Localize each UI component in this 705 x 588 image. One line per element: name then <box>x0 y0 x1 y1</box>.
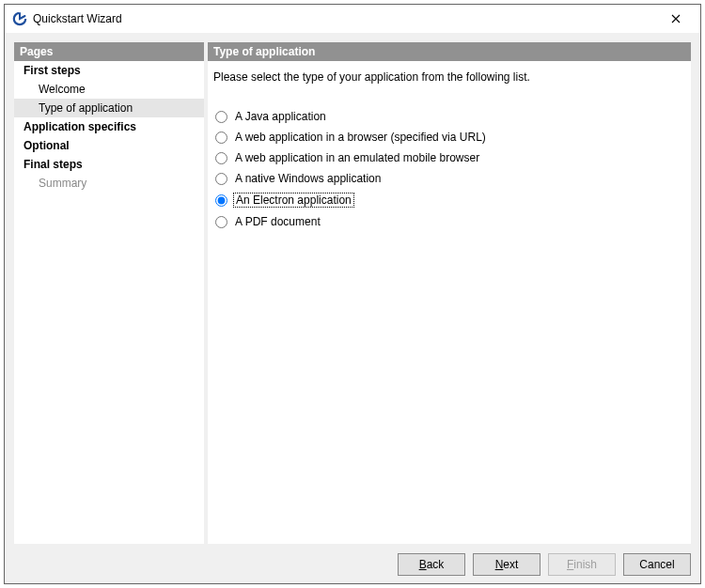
option-label-2: A web application in an emulated mobile … <box>233 151 481 164</box>
option-row-5[interactable]: A PDF document <box>213 211 682 232</box>
wizard-dialog: Quickstart Wizard Pages First stepsWelco… <box>4 4 701 584</box>
sidebar-heading: Pages <box>14 42 204 61</box>
option-label-0: A Java application <box>233 110 328 123</box>
option-row-0[interactable]: A Java application <box>213 106 682 127</box>
option-row-1[interactable]: A web application in a browser (specifie… <box>213 127 682 147</box>
option-row-3[interactable]: A native Windows application <box>213 168 682 189</box>
option-label-1: A web application in a browser (specifie… <box>233 131 488 144</box>
option-radio-2[interactable] <box>215 152 227 164</box>
button-row: Back Next Finish Cancel <box>14 544 691 576</box>
option-radio-4[interactable] <box>215 194 227 207</box>
sidebar-item-4[interactable]: Optional <box>14 136 204 155</box>
main-row: Pages First stepsWelcomeType of applicat… <box>14 42 691 544</box>
sidebar-item-6[interactable]: Summary <box>14 174 204 193</box>
back-button[interactable]: Back <box>398 553 465 576</box>
next-button[interactable]: Next <box>473 553 540 576</box>
finish-button[interactable]: Finish <box>548 553 616 576</box>
options-group: A Java applicationA web application in a… <box>213 106 682 232</box>
close-button[interactable] <box>655 6 697 32</box>
sidebar-body: First stepsWelcomeType of applicationApp… <box>14 61 204 544</box>
sidebar-item-0[interactable]: First steps <box>14 61 204 80</box>
cancel-button[interactable]: Cancel <box>623 553 691 576</box>
option-radio-5[interactable] <box>215 216 227 228</box>
option-row-4[interactable]: An Electron application <box>213 189 682 211</box>
intro-text: Please select the type of your applicati… <box>213 70 682 84</box>
sidebar-item-5[interactable]: Final steps <box>14 155 204 174</box>
sidebar: Pages First stepsWelcomeType of applicat… <box>14 42 204 544</box>
main-pane: Type of application Please select the ty… <box>208 42 691 544</box>
option-radio-1[interactable] <box>215 132 227 144</box>
app-icon <box>12 11 27 26</box>
option-radio-3[interactable] <box>215 173 227 185</box>
option-label-5: A PDF document <box>233 215 322 228</box>
main-body: Please select the type of your applicati… <box>208 61 691 544</box>
content-wrap: Pages First stepsWelcomeType of applicat… <box>5 33 700 583</box>
option-row-2[interactable]: A web application in an emulated mobile … <box>213 147 682 168</box>
sidebar-item-1[interactable]: Welcome <box>14 80 204 99</box>
main-heading: Type of application <box>208 42 691 61</box>
option-label-4: An Electron application <box>233 193 354 208</box>
window-title: Quickstart Wizard <box>33 12 655 25</box>
option-radio-0[interactable] <box>215 111 227 123</box>
titlebar: Quickstart Wizard <box>5 5 700 33</box>
sidebar-item-3[interactable]: Application specifics <box>14 117 204 136</box>
option-label-3: A native Windows application <box>233 172 383 185</box>
sidebar-item-2[interactable]: Type of application <box>14 99 204 117</box>
